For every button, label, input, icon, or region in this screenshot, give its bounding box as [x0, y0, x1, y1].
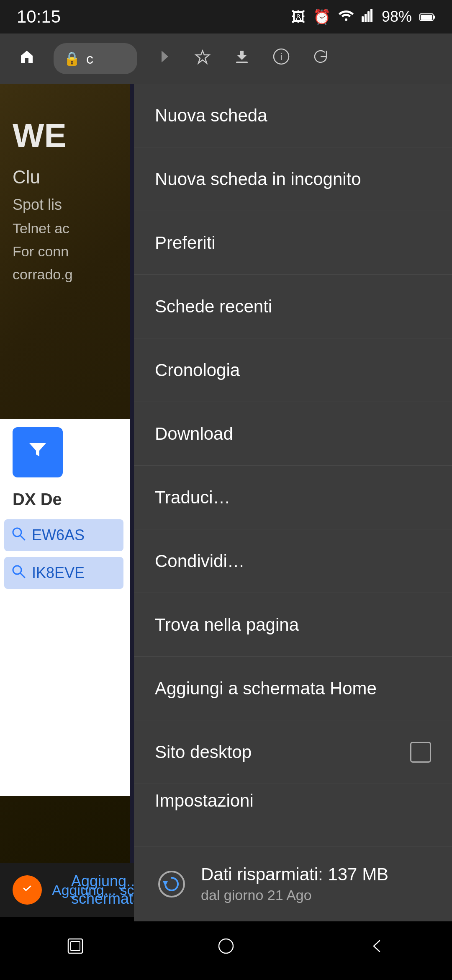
page-for-conn: For conn: [13, 243, 73, 260]
menu-item-new-incognito[interactable]: Nuova scheda in incognito: [134, 147, 452, 211]
filter-icon: [25, 437, 50, 468]
info-button[interactable]: i: [268, 47, 295, 70]
search-text-2: IK8EVE: [32, 564, 85, 582]
menu-item-impostazioni-partial[interactable]: Impostazioni: [134, 784, 452, 818]
url-bar[interactable]: 🔒 c: [54, 43, 137, 74]
search-icon-1: [11, 526, 26, 545]
svg-marker-8: [196, 51, 209, 63]
url-text: c: [86, 51, 93, 67]
browser-toolbar: 🔒 c i: [0, 34, 452, 84]
svg-rect-6: [433, 15, 435, 19]
menu-item-recent-tabs[interactable]: Schede recenti: [134, 275, 452, 338]
page-corrado: corrado.g: [13, 266, 73, 283]
filter-button[interactable]: [13, 427, 63, 477]
page-spots: Spot lis: [13, 196, 73, 214]
menu-item-traduci[interactable]: Traduci…: [134, 466, 452, 529]
forward-button[interactable]: [150, 47, 177, 70]
savings-text: Dati risparmiati: 137 MB dal giorno 21 A…: [201, 864, 388, 903]
context-menu: Nuova scheda Nuova scheda in incognito P…: [134, 84, 452, 921]
recent-apps-button[interactable]: [48, 927, 103, 970]
lock-icon: 🔒: [64, 51, 80, 67]
menu-item-savings[interactable]: Dati risparmiati: 137 MB dal giorno 21 A…: [134, 846, 452, 921]
bookmark-button[interactable]: [189, 47, 216, 70]
page-telnet: Telnet ac: [13, 220, 73, 237]
reload-button[interactable]: [307, 47, 334, 70]
svg-rect-2: [365, 14, 367, 22]
page-title-we: WE: [13, 117, 73, 154]
notification-icon: [13, 875, 42, 905]
search-item-2[interactable]: IK8EVE: [4, 557, 123, 589]
svg-point-0: [345, 18, 347, 21]
savings-icon: [155, 867, 188, 901]
menu-item-sito-desktop[interactable]: Sito desktop: [134, 720, 452, 784]
home-nav-button[interactable]: [199, 927, 253, 970]
svg-rect-1: [362, 16, 364, 22]
back-nav-button[interactable]: [349, 927, 404, 970]
search-text-1: EW6AS: [32, 526, 85, 544]
menu-item-condividi[interactable]: Condividi…: [134, 529, 452, 593]
notif-brand-icon: [19, 880, 36, 900]
svg-line-15: [21, 573, 25, 578]
svg-rect-7: [421, 15, 432, 20]
savings-subtitle: dal giorno 21 Ago: [201, 887, 388, 903]
page-bg-text: WE Clu Spot lis Telnet ac For conn corra…: [13, 117, 73, 283]
photo-icon: 🖼: [291, 9, 306, 25]
savings-title: Dati risparmiati: 137 MB: [201, 864, 388, 885]
status-icons: 🖼 ⏰ 98%: [291, 8, 435, 26]
battery-percent: 98%: [382, 8, 412, 26]
download-button[interactable]: [229, 47, 255, 70]
status-bar: 10:15 🖼 ⏰ 98%: [0, 0, 452, 34]
search-item-1[interactable]: EW6AS: [4, 519, 123, 551]
menu-item-download[interactable]: Download: [134, 402, 452, 466]
svg-rect-20: [71, 941, 80, 951]
svg-rect-21: [219, 939, 233, 953]
checkbox-shape: [410, 742, 431, 763]
svg-text:i: i: [280, 52, 282, 62]
menu-item-cronologia[interactable]: Cronologia: [134, 338, 452, 402]
svg-rect-3: [367, 11, 370, 22]
menu-item-trova[interactable]: Trova nella pagina: [134, 593, 452, 657]
svg-marker-17: [163, 881, 168, 886]
svg-point-16: [159, 872, 184, 897]
search-icon-2: [11, 564, 26, 583]
svg-rect-4: [370, 9, 372, 22]
menu-item-preferiti[interactable]: Preferiti: [134, 211, 452, 275]
alarm-icon: ⏰: [313, 8, 331, 25]
system-nav-bar: [0, 917, 452, 980]
battery-icon: [419, 9, 435, 25]
desktop-checkbox[interactable]: [410, 742, 431, 763]
svg-point-18: [20, 881, 35, 896]
status-time: 10:15: [17, 7, 61, 27]
dx-label: DX De: [13, 490, 62, 509]
svg-rect-9: [236, 62, 248, 63]
signal-icon: [362, 8, 374, 26]
page-subtitle: Clu: [13, 167, 73, 188]
svg-line-13: [21, 536, 25, 540]
menu-item-new-tab[interactable]: Nuova scheda: [134, 84, 452, 147]
menu-item-aggiungi-home[interactable]: Aggiungi a schermata Home: [134, 657, 452, 720]
wifi-icon: [338, 8, 354, 26]
home-button[interactable]: [13, 46, 41, 71]
